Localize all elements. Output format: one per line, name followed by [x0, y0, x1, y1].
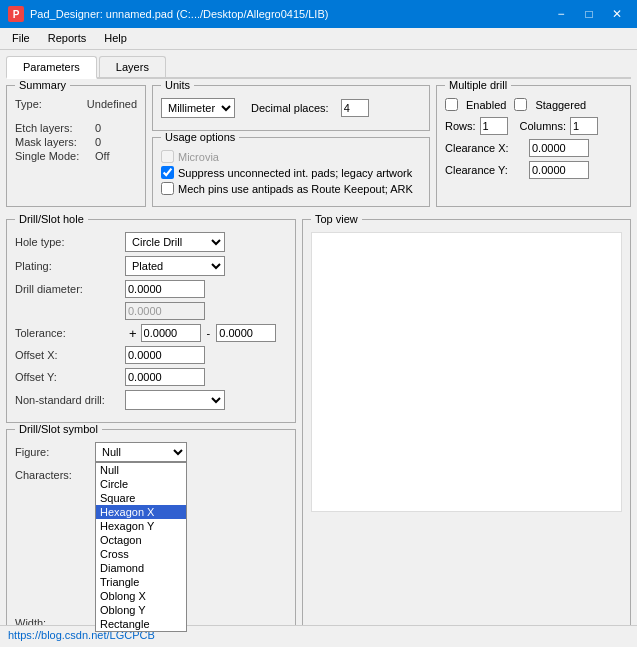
minimize-button[interactable]: − [549, 5, 573, 23]
summary-title: Summary [15, 79, 70, 91]
mech-checkbox[interactable] [161, 182, 174, 195]
tab-layers[interactable]: Layers [99, 56, 166, 77]
decimal-places-label: Decimal places: [251, 102, 329, 114]
dropdown-item-octagon[interactable]: Octagon [96, 533, 186, 547]
top-view-canvas [311, 232, 622, 512]
plus-sign: + [129, 326, 137, 341]
tolerance-label: Tolerance: [15, 327, 125, 339]
drill-slot-symbol-title: Drill/Slot symbol [15, 423, 102, 435]
suppress-checkbox[interactable] [161, 166, 174, 179]
decimal-places-input[interactable] [341, 99, 369, 117]
tolerance-minus-input[interactable] [216, 324, 276, 342]
microvia-checkbox[interactable] [161, 150, 174, 163]
dropdown-item-circle[interactable]: Circle [96, 477, 186, 491]
window-title: Pad_Designer: unnamed.pad (C:.../Desktop… [30, 8, 328, 20]
units-title: Units [161, 79, 194, 91]
offset-x-input[interactable] [125, 346, 205, 364]
clearance-y-input[interactable] [529, 161, 589, 179]
top-view-title: Top view [311, 213, 362, 225]
figure-dropdown-list[interactable]: Null Circle Square Hexagon X Hexagon Y O… [95, 462, 187, 632]
multiple-drill-group: Multiple drill Enabled Staggered Rows: C… [436, 85, 631, 207]
menu-bar: File Reports Help [0, 28, 637, 50]
main-content: Parameters Layers Summary Type: Undefine… [0, 50, 637, 647]
maximize-button[interactable]: □ [577, 5, 601, 23]
non-standard-label: Non-standard drill: [15, 394, 125, 406]
offset-y-label: Offset Y: [15, 371, 125, 383]
dropdown-item-null[interactable]: Null [96, 463, 186, 477]
mech-label: Mech pins use antipads as Route Keepout;… [178, 183, 413, 195]
usage-title: Usage options [161, 131, 239, 143]
clearance-y-label: Clearance Y: [445, 164, 525, 176]
enabled-label: Enabled [466, 99, 506, 111]
menu-reports[interactable]: Reports [40, 30, 95, 47]
suppress-label: Suppress unconnected int. pads; legacy a… [178, 167, 412, 179]
title-bar: P Pad_Designer: unnamed.pad (C:.../Deskt… [0, 0, 637, 28]
hole-type-select[interactable]: Circle Drill Square Drill Slot [125, 232, 225, 252]
figure-select[interactable]: Null [95, 442, 187, 462]
etch-value: 0 [95, 122, 101, 134]
drill-diameter-label: Drill diameter: [15, 283, 125, 295]
columns-input[interactable] [570, 117, 598, 135]
etch-label: Etch layers: [15, 122, 95, 134]
menu-help[interactable]: Help [96, 30, 135, 47]
hole-type-label: Hole type: [15, 236, 125, 248]
app-icon: P [8, 6, 24, 22]
menu-file[interactable]: File [4, 30, 38, 47]
figure-label: Figure: [15, 446, 95, 458]
summary-group: Summary Type: Undefined Etch layers: 0 M… [6, 85, 146, 207]
usage-options-group: Usage options Microvia Suppress unconnec… [152, 137, 430, 207]
dropdown-item-diamond[interactable]: Diamond [96, 561, 186, 575]
dropdown-item-cross[interactable]: Cross [96, 547, 186, 561]
drill-slot-hole-group: Drill/Slot hole Hole type: Circle Drill … [6, 219, 296, 423]
columns-label: Columns: [520, 120, 566, 132]
microvia-label: Microvia [178, 151, 219, 163]
dropdown-item-rectangle[interactable]: Rectangle [96, 617, 186, 631]
clearance-x-input[interactable] [529, 139, 589, 157]
plating-label: Plating: [15, 260, 125, 272]
top-view-group: Top view [302, 219, 631, 647]
dropdown-item-triangle[interactable]: Triangle [96, 575, 186, 589]
multiple-drill-title: Multiple drill [445, 79, 511, 91]
drill-slot-hole-title: Drill/Slot hole [15, 213, 88, 225]
staggered-checkbox[interactable] [514, 98, 527, 111]
tab-bar: Parameters Layers [6, 56, 631, 79]
close-button[interactable]: ✕ [605, 5, 629, 23]
minus-sign: - [207, 327, 211, 339]
plating-select[interactable]: Plated Non-Plated [125, 256, 225, 276]
dropdown-item-oblongy[interactable]: Oblong Y [96, 603, 186, 617]
drill-diameter-input[interactable] [125, 280, 205, 298]
drill-slot-symbol-group: Drill/Slot symbol Figure: Null Null Circ… [6, 429, 296, 647]
tab-parameters[interactable]: Parameters [6, 56, 97, 79]
single-mode-value: Off [95, 150, 109, 162]
non-standard-select[interactable] [125, 390, 225, 410]
mask-label: Mask layers: [15, 136, 95, 148]
dropdown-item-square[interactable]: Square [96, 491, 186, 505]
clearance-x-label: Clearance X: [445, 142, 525, 154]
rows-label: Rows: [445, 120, 476, 132]
units-usage-panel: Units Millimeter Inch Mils Decimal place… [152, 85, 430, 213]
unit-select[interactable]: Millimeter Inch Mils [161, 98, 235, 118]
rows-input[interactable] [480, 117, 508, 135]
units-group: Units Millimeter Inch Mils Decimal place… [152, 85, 430, 131]
mask-value: 0 [95, 136, 101, 148]
extra-input[interactable] [125, 302, 205, 320]
characters-label: Characters: [15, 469, 95, 481]
offset-x-label: Offset X: [15, 349, 125, 361]
enabled-checkbox[interactable] [445, 98, 458, 111]
dropdown-item-hexagonx[interactable]: Hexagon X [96, 505, 186, 519]
single-mode-label: Single Mode: [15, 150, 95, 162]
tolerance-plus-input[interactable] [141, 324, 201, 342]
type-value: Undefined [87, 98, 137, 110]
dropdown-item-oblongx[interactable]: Oblong X [96, 589, 186, 603]
staggered-label: Staggered [535, 99, 586, 111]
offset-y-input[interactable] [125, 368, 205, 386]
type-label: Type: [15, 98, 87, 110]
dropdown-item-hexagony[interactable]: Hexagon Y [96, 519, 186, 533]
